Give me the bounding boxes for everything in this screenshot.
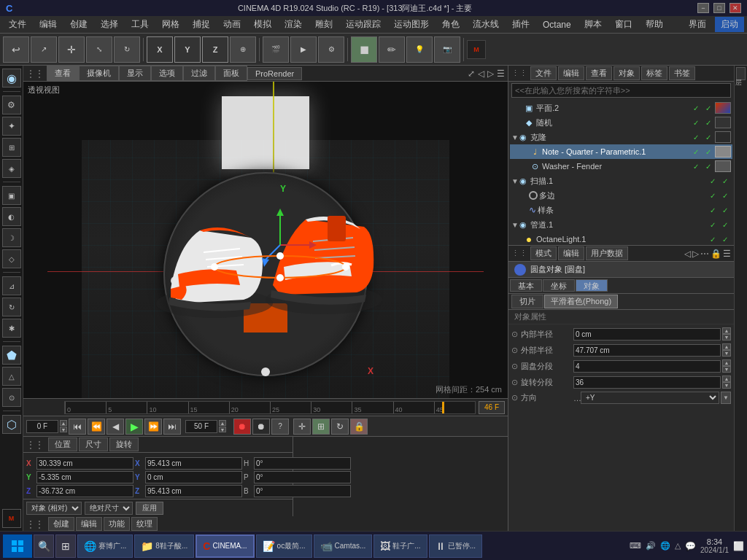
goto-end-btn[interactable]: ⏭ (163, 419, 181, 435)
direction-select[interactable]: +Y -Y +X -X +Z -Z (581, 392, 719, 404)
viewport-right[interactable]: ▷ (487, 69, 494, 79)
size-tab[interactable]: 尺寸 (79, 438, 108, 451)
size-x-input[interactable] (145, 457, 242, 470)
left-tool-12[interactable]: ✱ (2, 319, 21, 338)
obj-row-poly[interactable]: 多边 ✓ ✓ (510, 188, 732, 203)
task-view-btn[interactable]: ⊞ (55, 534, 76, 558)
disk-segs-down[interactable]: ▼ (722, 366, 731, 373)
menu-select[interactable]: 选择 (95, 17, 124, 32)
obj-view-btn[interactable]: 查看 (586, 66, 612, 80)
menu-script[interactable]: 脚本 (578, 17, 608, 32)
tab-camera[interactable]: 摄像机 (79, 66, 119, 81)
clone-collapse[interactable]: ▼ (511, 133, 517, 141)
obj-row-clone[interactable]: ▼ ◉ 克隆 ✓ ✓ (510, 130, 732, 144)
obj-row-washer[interactable]: ⊙ Washer - Fender ✓ ✓ (510, 159, 732, 174)
props-lock[interactable]: 🔒 (711, 249, 721, 259)
menu-plugin[interactable]: 插件 (506, 17, 535, 32)
edit-tab[interactable]: 编辑 (558, 246, 584, 260)
spline-vis[interactable]: ✓ (707, 204, 719, 216)
pos-y-input[interactable] (36, 471, 133, 483)
select-btn[interactable]: ↗ (31, 36, 57, 63)
play-btn[interactable]: ▶ (125, 419, 143, 435)
menu-motion-track[interactable]: 运动跟踪 (340, 17, 387, 32)
tab-view[interactable]: 查看 (47, 66, 79, 81)
pos-tab[interactable]: 位置 (48, 438, 77, 451)
mat-edit-btn[interactable]: 编辑 (76, 517, 102, 531)
timeline-ruler[interactable]: 0 5 10 15 20 25 30 35 40 45 50 (64, 401, 476, 414)
left-tool-10[interactable]: ⊿ (2, 276, 21, 295)
left-tool-16[interactable]: ⬡ (2, 415, 21, 434)
left-tool-2[interactable]: ⚙ (2, 96, 21, 114)
rot-p-input[interactable] (254, 471, 351, 483)
left-tool-9[interactable]: ◇ (2, 249, 21, 268)
auto-key-btn[interactable]: ⏺ (252, 419, 270, 435)
oclight1-render[interactable]: ✓ (719, 233, 731, 245)
menu-mesh[interactable]: 网格 (156, 17, 185, 32)
sweep-render[interactable]: ✓ (719, 175, 731, 187)
world-btn[interactable]: ⊕ (230, 36, 256, 63)
size-y-input[interactable] (145, 471, 242, 483)
sys-icon-2[interactable]: 🔊 (646, 541, 656, 551)
menu-octane[interactable]: Octane (537, 18, 577, 31)
step-forward-btn[interactable]: ⏩ (144, 419, 162, 435)
menu-render[interactable]: 渲染 (279, 17, 308, 32)
axis-z-btn[interactable]: Z (202, 36, 228, 63)
object-search-input[interactable] (511, 83, 731, 98)
start-frame[interactable] (26, 420, 58, 433)
coord-mode-select[interactable]: 绝对尺寸 (85, 502, 133, 515)
taskbar-camtasia[interactable]: 📹 Camtas... (314, 534, 373, 558)
poly-render[interactable]: ✓ (719, 190, 731, 201)
light-btn[interactable]: 💡 (406, 36, 433, 63)
tab-filter[interactable]: 过滤 (183, 66, 215, 81)
note-render[interactable]: ✓ (703, 146, 714, 158)
obj-edit-btn[interactable]: 编辑 (558, 66, 584, 80)
axis-x-btn[interactable]: X (147, 36, 173, 63)
obj-row-pipe[interactable]: ▼ ◉ 管道.1 ✓ ✓ (510, 217, 732, 232)
scale-gizmo-btn[interactable]: ⊞ (312, 419, 330, 435)
pipe-render[interactable]: ✓ (719, 219, 731, 230)
play-back-btn[interactable]: ◀ (107, 419, 124, 435)
apply-button[interactable]: 应用 (136, 502, 163, 515)
pen-btn[interactable]: ✏ (379, 36, 405, 63)
direction-dropdown[interactable]: ▼ (721, 392, 731, 404)
clone-render[interactable]: ✓ (703, 131, 714, 143)
clone-vis[interactable]: ✓ (690, 131, 702, 143)
left-tool-7[interactable]: ◐ (2, 207, 21, 226)
show-desktop[interactable]: ⬜ (733, 541, 744, 551)
rotate-btn[interactable]: ↻ (114, 36, 140, 63)
cube-btn[interactable]: ◼ (351, 36, 377, 63)
render-settings-btn[interactable]: ⚙ (318, 36, 344, 63)
viewport-menu[interactable]: ☰ (497, 69, 505, 79)
obj-row-oclight1[interactable]: ● OctaneLight.1 ✓ ✓ (510, 232, 732, 245)
lock-btn[interactable]: 🔒 (350, 419, 368, 435)
viewport-left[interactable]: ◁ (478, 69, 484, 79)
menu-animate[interactable]: 动画 (217, 17, 247, 32)
left-tool-5[interactable]: ◈ (2, 159, 21, 178)
left-tool-1[interactable]: ◉ (2, 69, 21, 88)
record-btn[interactable]: ⏺ (233, 419, 251, 435)
undo-btn[interactable]: ↩ (3, 36, 29, 63)
obj-row-sweep[interactable]: ▼ ◉ 扫描.1 ✓ ✓ (510, 174, 732, 188)
menu-file[interactable]: 文件 (3, 17, 32, 32)
viewport-maximize[interactable]: ⤢ (468, 69, 475, 79)
tab-options[interactable]: 选项 (151, 66, 183, 81)
basic-tab[interactable]: 基本 (510, 279, 542, 292)
menu-tools[interactable]: 工具 (125, 17, 155, 32)
end-frame-up[interactable]: ▲ (219, 420, 226, 426)
washer-render[interactable]: ✓ (703, 160, 714, 172)
rot-segs-down[interactable]: ▼ (722, 382, 731, 389)
inner-radius-down[interactable]: ▼ (722, 334, 731, 341)
menu-sculpt[interactable]: 雕刻 (309, 17, 338, 32)
left-tool-14[interactable]: △ (2, 367, 21, 386)
menu-edit[interactable]: 编辑 (34, 17, 63, 32)
vtab-layer[interactable]: 层 (736, 67, 746, 80)
slice-tab[interactable]: 切片 (511, 295, 543, 308)
obj-row-note[interactable]: ♩ Note - Quarter - Parametric.1 ✓ ✓ (510, 144, 732, 159)
start-button[interactable] (3, 534, 32, 558)
inner-radius-up[interactable]: ▲ (722, 327, 731, 334)
key-options-btn[interactable]: ? (271, 419, 289, 435)
props-nav-right[interactable]: ▷ (692, 249, 699, 259)
menu-mograph[interactable]: 运动图形 (388, 17, 435, 32)
sweep-collapse[interactable]: ▼ (511, 177, 517, 185)
search-taskbar[interactable]: 🔍 (34, 534, 54, 558)
